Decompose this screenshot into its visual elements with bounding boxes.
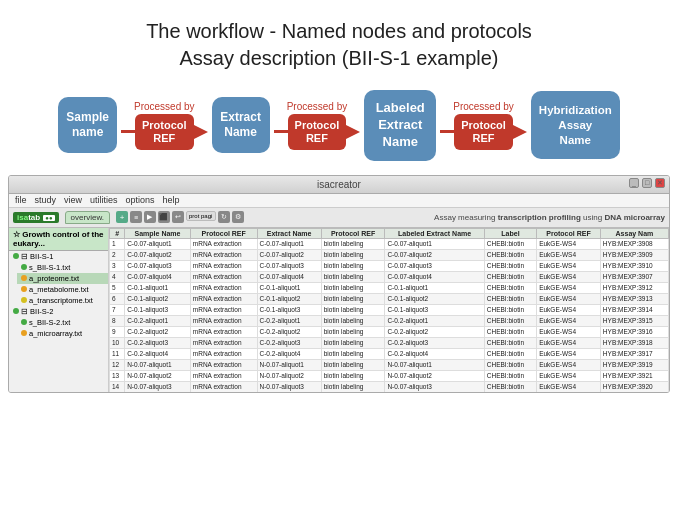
node-hybridization: HybridizationAssayName	[531, 91, 620, 159]
table-cell: C-0.1-aliquot3	[257, 304, 321, 315]
table-cell: N-0.07-aliquot2	[125, 370, 191, 381]
table-cell: EukGE-WS4	[537, 337, 601, 348]
maximize-button[interactable]: □	[642, 178, 652, 188]
col-protocol-ref-3: Protocol REF	[537, 228, 601, 238]
menu-view[interactable]: view	[64, 195, 82, 205]
table-cell: HYB:MEXP:3917	[600, 348, 668, 359]
table-cell: 6	[110, 293, 125, 304]
table-cell: CHEBI:biotin	[484, 370, 536, 381]
overview-tab[interactable]: overview.	[65, 211, 110, 224]
minimize-button[interactable]: _	[629, 178, 639, 188]
menu-study[interactable]: study	[35, 195, 57, 205]
table-cell: biotin labeling	[321, 359, 385, 370]
table-cell: C-0.1-aliquot2	[385, 293, 484, 304]
table-cell: 14	[110, 381, 125, 392]
menu-help[interactable]: help	[163, 195, 180, 205]
table-cell: 10	[110, 337, 125, 348]
table-cell: mRNA extraction	[190, 370, 257, 381]
table-cell: C-0.07-aliquot4	[385, 271, 484, 282]
sidebar-item-s-bii-s-2[interactable]: s_BII-S-2.txt	[17, 317, 108, 328]
table-cell: biotin labeling	[321, 370, 385, 381]
table-cell: 12	[110, 359, 125, 370]
table-cell: mRNA extraction	[190, 359, 257, 370]
table-cell: C-0.07-aliquot2	[125, 249, 191, 260]
page-input[interactable]: prot pagi	[186, 211, 216, 221]
menu-utilities[interactable]: utilities	[90, 195, 118, 205]
col-assay-name: Assay Nam	[600, 228, 668, 238]
table-cell: C-0.07-aliquot4	[257, 271, 321, 282]
table-cell: 3	[110, 260, 125, 271]
menu-file[interactable]: file	[15, 195, 27, 205]
toolbar-icon-3[interactable]: ▶	[144, 211, 156, 223]
arrow-group-3: Processed by Protocol REF	[440, 101, 527, 150]
table-cell: HYB:MEXP:3922	[600, 392, 668, 393]
isa-topbar: isacreator _ □ ✕	[9, 176, 669, 194]
processed-by-label-2: Processed by	[287, 101, 348, 112]
menu-options[interactable]: options	[126, 195, 155, 205]
table-cell: mRNA extraction	[190, 304, 257, 315]
sidebar-item-a-metabolome[interactable]: a_metabolome.txt	[17, 284, 108, 295]
toolbar-icon-5[interactable]: ↩	[172, 211, 184, 223]
table-row: 4C-0.07-aliquot4mRNA extractionC-0.07-al…	[110, 271, 669, 282]
protocol-ref-box-1: Protocol REF	[135, 114, 194, 150]
table-row: 15N-0.1-aliquot1mRNA extractionN-0.1-ali…	[110, 392, 669, 393]
table-cell: 9	[110, 326, 125, 337]
table-cell: 1	[110, 238, 125, 249]
close-button[interactable]: ✕	[655, 178, 665, 188]
sidebar-label-ma: a_microarray.txt	[29, 329, 82, 338]
table-cell: CHEBI:biotin	[484, 315, 536, 326]
sidebar-header: ☆ Growth control of the eukary...	[9, 228, 108, 251]
isa-menubar: file study view utilities options help	[9, 194, 669, 208]
toolbar-icon-4[interactable]: ⬛	[158, 211, 170, 223]
table-cell: CHEBI:biotin	[484, 271, 536, 282]
table-row: 14N-0.07-aliquot3mRNA extractionN-0.07-a…	[110, 381, 669, 392]
sidebar-item-a-transcriptome[interactable]: a_transcriptome.txt	[17, 295, 108, 306]
table-cell: biotin labeling	[321, 337, 385, 348]
table-cell: mRNA extraction	[190, 260, 257, 271]
table-cell: 11	[110, 348, 125, 359]
sidebar-dot-s1	[21, 264, 27, 270]
table-cell: CHEBI:biotin	[484, 282, 536, 293]
table-cell: N-0.07-aliquot2	[257, 370, 321, 381]
col-protocol-ref-1: Protocol REF	[190, 228, 257, 238]
table-cell: biotin labeling	[321, 392, 385, 393]
table-cell: HYB:MEXP:3909	[600, 249, 668, 260]
table-row: 9C-0.2-aliquot2mRNA extractionC-0.2-aliq…	[110, 326, 669, 337]
isa-sidebar: ☆ Growth control of the eukary... ⊟ BII-…	[9, 228, 109, 393]
sidebar-item-a-proteome[interactable]: a_proteome.txt	[17, 273, 108, 284]
toolbar-icon-7[interactable]: ⚙	[232, 211, 244, 223]
table-row: 6C-0.1-aliquot2mRNA extractionC-0.1-aliq…	[110, 293, 669, 304]
sidebar-dot-ma	[21, 330, 27, 336]
table-cell: C-0.07-aliquot3	[385, 260, 484, 271]
table-cell: 5	[110, 282, 125, 293]
toolbar-icon-6[interactable]: ↻	[218, 211, 230, 223]
sidebar-item-bii-s-1[interactable]: ⊟ BII-S-1	[9, 251, 108, 262]
isa-table-scroll[interactable]: # Sample Name Protocol REF Extract Name …	[109, 228, 669, 393]
sidebar-dot-p	[21, 275, 27, 281]
table-cell: HYB:MEXP:3910	[600, 260, 668, 271]
table-header-row: # Sample Name Protocol REF Extract Name …	[110, 228, 669, 238]
toolbar-icon-1[interactable]: +	[116, 211, 128, 223]
table-cell: mRNA extraction	[190, 392, 257, 393]
table-row: 12N-0.07-aliquot1mRNA extractionN-0.07-a…	[110, 359, 669, 370]
table-cell: N-0.1-aliquot1	[385, 392, 484, 393]
arrow-group-2: Processed by Protocol REF	[274, 101, 361, 150]
table-cell: CHEBI:biotin	[484, 326, 536, 337]
isa-table-wrapper: # Sample Name Protocol REF Extract Name …	[109, 228, 669, 393]
table-cell: CHEBI:biotin	[484, 381, 536, 392]
protocol-ref-box-3: Protocol REF	[454, 114, 513, 150]
table-cell: C-0.1-aliquot1	[385, 282, 484, 293]
col-extract-name: Extract Name	[257, 228, 321, 238]
table-cell: C-0.2-aliquot4	[125, 348, 191, 359]
table-cell: EukGE-WS4	[537, 293, 601, 304]
table-cell: HYB:MEXP:3916	[600, 326, 668, 337]
table-cell: 8	[110, 315, 125, 326]
node-sample: Samplename	[58, 97, 117, 153]
toolbar-icon-2[interactable]: ≡	[130, 211, 142, 223]
workflow-diagram: Samplename Processed by Protocol REF Ext…	[0, 82, 678, 175]
isa-window-controls: _ □ ✕	[629, 178, 665, 188]
sidebar-item-bii-s-2[interactable]: ⊟ BII-S-2	[9, 306, 108, 317]
sidebar-item-s-bii-s-1[interactable]: s_BII-S-1.txt	[17, 262, 108, 273]
table-cell: biotin labeling	[321, 271, 385, 282]
sidebar-item-a-microarray[interactable]: a_microarray.txt	[17, 328, 108, 339]
